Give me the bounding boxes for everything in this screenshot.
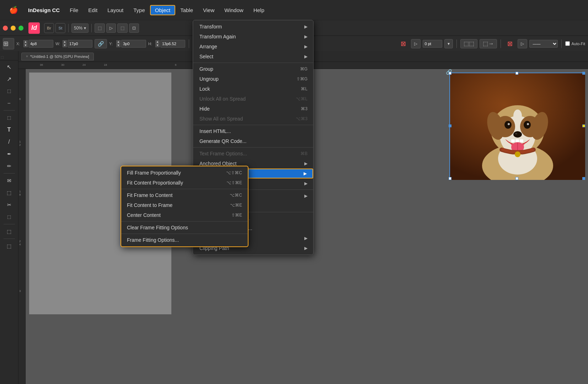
handle-middle-right[interactable] xyxy=(582,124,585,127)
lock-label: Lock xyxy=(199,86,294,92)
direct-selection-tool[interactable]: ↗ xyxy=(4,73,15,85)
close-button[interactable] xyxy=(3,26,8,31)
submenu-center-content[interactable]: Center Content ⇧⌘E xyxy=(121,210,248,220)
fill-icon[interactable]: ⊠ xyxy=(504,39,515,48)
h-input[interactable] xyxy=(160,40,185,48)
constrain-proportions[interactable]: 🔗 xyxy=(95,39,107,48)
fill-play-btn[interactable]: ▷ xyxy=(518,39,527,48)
transform-btn[interactable]: ⬚ xyxy=(95,23,105,33)
hand-tool[interactable]: ⬚ xyxy=(4,240,15,252)
gap-tool[interactable]: ↔ xyxy=(4,97,15,109)
window-controls xyxy=(3,26,23,31)
submenu-clear-fitting[interactable]: Clear Frame Fitting Options xyxy=(121,223,248,233)
transform-again-arrow: ▶ xyxy=(304,34,308,39)
menu-table[interactable]: Table xyxy=(175,5,198,15)
minimize-button[interactable] xyxy=(11,26,16,31)
tab-close-icon[interactable]: × xyxy=(26,54,28,58)
svg-rect-16 xyxy=(520,139,523,142)
submenu-frame-fitting-options[interactable]: Frame Fitting Options... xyxy=(121,235,248,245)
w-stepper[interactable]: ▲ ▼ xyxy=(63,40,67,47)
menu-object[interactable]: Object xyxy=(150,5,175,15)
unlock-all-shortcut: ⌥⌘L xyxy=(296,96,308,101)
free-transform-tool[interactable]: ⬚ xyxy=(4,211,15,223)
menu-transform[interactable]: Transform ▶ xyxy=(193,22,313,32)
handle-middle-left[interactable] xyxy=(449,124,451,127)
x-stepper[interactable]: ▲ ▼ xyxy=(23,40,28,47)
handle-bottom-center[interactable] xyxy=(515,177,518,180)
apple-menu[interactable]: 🍎 xyxy=(4,6,23,14)
menu-lock[interactable]: Lock ⌘L xyxy=(193,84,313,94)
menu-layout[interactable]: Layout xyxy=(102,5,128,15)
line-tool[interactable]: / xyxy=(4,136,15,148)
scissors-tool[interactable]: ✂ xyxy=(4,199,15,210)
x-down[interactable]: ▼ xyxy=(23,44,28,47)
stroke-pt-arrow[interactable]: ▾ xyxy=(444,39,453,48)
arrange-btn[interactable]: ▷ xyxy=(106,23,116,33)
w-input[interactable] xyxy=(68,40,92,48)
submenu-fit-content-frame[interactable]: Fit Content to Frame ⌥⌘E xyxy=(121,200,248,210)
menu-group[interactable]: Group ⌘G xyxy=(193,64,313,74)
indesign-logo: Id xyxy=(28,22,40,34)
h-down[interactable]: ▼ xyxy=(155,44,160,47)
y-down[interactable]: ▼ xyxy=(116,44,121,47)
handle-top-right[interactable] xyxy=(582,72,585,75)
stroke-icon[interactable]: ⊠ xyxy=(398,39,409,48)
image-frame[interactable]: 🔗 xyxy=(449,73,584,179)
menu-edit[interactable]: Edit xyxy=(83,5,102,15)
handle-bottom-left[interactable] xyxy=(449,177,451,180)
view-options-btn[interactable]: ⬚ xyxy=(117,23,128,33)
handle-top-left[interactable] xyxy=(449,72,451,75)
pencil-tool[interactable]: ✏ xyxy=(4,160,15,172)
menu-help[interactable]: Help xyxy=(248,5,269,15)
menu-arrange[interactable]: Arrange ▶ xyxy=(193,42,313,52)
pen-tool[interactable]: ✒ xyxy=(4,148,15,160)
generate-qr-label: Generate QR Code... xyxy=(199,138,308,144)
y-stepper[interactable]: ▲ ▼ xyxy=(116,40,121,47)
transform-options[interactable]: ⬚→ xyxy=(480,39,497,48)
note-tool[interactable]: ✉ xyxy=(4,175,15,186)
stroke-play-btn[interactable]: ▷ xyxy=(411,39,421,48)
document-tab[interactable]: × *Untitled-1 @ 50% [GPU Preview] xyxy=(21,53,94,60)
menu-select[interactable]: Select ▶ xyxy=(193,52,313,62)
menu-window[interactable]: Window xyxy=(219,5,248,15)
stock-logo[interactable]: St xyxy=(55,23,65,33)
reference-point-btn[interactable]: ⊞ xyxy=(3,38,14,49)
menu-generate-qr[interactable]: Generate QR Code... xyxy=(193,136,313,146)
rectangle-frame-tool[interactable]: ⬚ xyxy=(4,187,15,198)
preview-btn[interactable]: ⊡ xyxy=(129,23,139,33)
selection-tool[interactable]: ↖ xyxy=(4,61,15,73)
y-up[interactable]: ▲ xyxy=(116,40,121,44)
menu-view[interactable]: View xyxy=(198,5,219,15)
submenu-fit-content-prop[interactable]: Fit Content Proportionally ⌥⇧⌘E xyxy=(121,178,248,188)
handle-top-center[interactable] xyxy=(515,72,518,75)
zoom-control[interactable]: 50% ▾ xyxy=(71,23,89,33)
page-tool[interactable]: ⬚ xyxy=(4,85,15,97)
w-down[interactable]: ▼ xyxy=(63,44,67,47)
menu-transform-again[interactable]: Transform Again ▶ xyxy=(193,32,313,42)
frame-icon[interactable]: ⬚⬚ xyxy=(460,39,477,48)
submenu-fit-frame-content[interactable]: Fit Frame to Content ⌥⌘C xyxy=(121,190,248,200)
eyedropper-tool[interactable]: ⬚ xyxy=(4,226,15,237)
fit-content-prop-label: Fit Content Proportionally xyxy=(127,180,226,186)
h-stepper[interactable]: ▲ ▼ xyxy=(155,40,160,47)
w-up[interactable]: ▲ xyxy=(63,40,67,44)
sep5 xyxy=(501,39,501,48)
x-input[interactable] xyxy=(28,40,53,48)
menu-file[interactable]: File xyxy=(65,5,83,15)
y-input[interactable] xyxy=(121,40,146,48)
auto-fit-checkbox[interactable] xyxy=(565,41,570,46)
bridge-logo[interactable]: Br xyxy=(44,23,54,33)
content-collector-tool[interactable]: ⬚ xyxy=(4,112,15,123)
maximize-button[interactable] xyxy=(18,26,23,31)
stroke-pt-input[interactable] xyxy=(423,40,442,48)
menu-ungroup[interactable]: Ungroup ⇧⌘G xyxy=(193,74,313,84)
submenu-fill-frame-prop[interactable]: Fill Frame Proportionally ⌥⇧⌘C xyxy=(121,168,248,178)
menu-hide[interactable]: Hide ⌘3 xyxy=(193,104,313,114)
handle-bottom-right[interactable] xyxy=(582,177,585,180)
menu-type[interactable]: Type xyxy=(128,5,150,15)
h-up[interactable]: ▲ xyxy=(155,40,160,44)
stroke-dropdown[interactable]: —— xyxy=(529,40,558,48)
menu-insert-html[interactable]: Insert HTML... xyxy=(193,126,313,136)
x-up[interactable]: ▲ xyxy=(23,40,28,44)
type-tool[interactable]: T xyxy=(4,124,15,135)
